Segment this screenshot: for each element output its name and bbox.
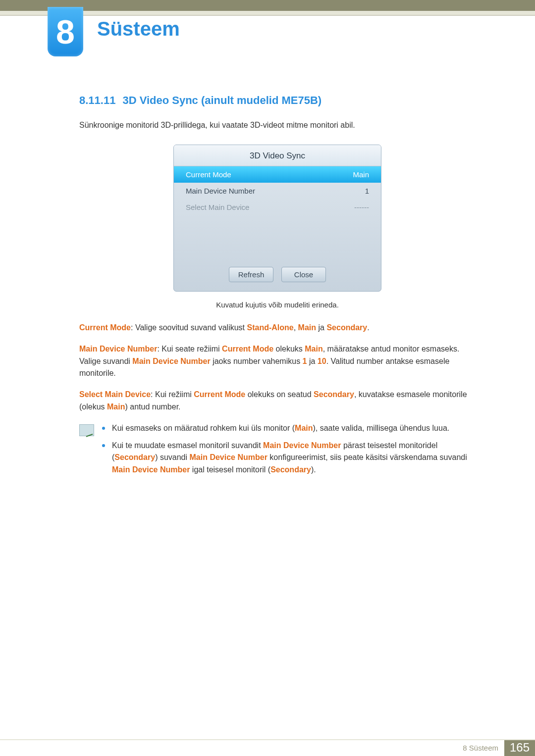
- section-heading: 8.11.113D Video Sync (ainult mudelid ME7…: [79, 94, 476, 107]
- txt: konfigureerimist, siis peate käsitsi vär…: [268, 453, 467, 461]
- para-current-mode: Current Mode: Valige soovitud suvand val…: [79, 322, 476, 334]
- kw: Secondary: [114, 453, 155, 461]
- para-main-device-number: Main Device Number: Kui seate režiimi Cu…: [79, 343, 476, 380]
- section-intro: Sünkroonige monitorid 3D-prillidega, kui…: [79, 121, 476, 130]
- footer-spacer: [0, 739, 457, 756]
- note-text: Kui te muudate esmasel monitoril suvandi…: [112, 440, 476, 476]
- kw: Main Device Number: [132, 357, 210, 365]
- osd-row-label: Current Mode: [186, 170, 231, 179]
- note-text: Kui esmaseks on määratud rohkem kui üls …: [112, 422, 449, 435]
- osd-caption: Kuvatud kujutis võib mudeliti erineda.: [79, 301, 476, 309]
- kw: Select Main Device: [79, 390, 151, 399]
- txt: igal teisesel monitoril (: [190, 465, 270, 474]
- footer-line: [0, 739, 535, 740]
- txt: : Kui seate režiimi: [157, 345, 222, 353]
- kw: Main: [298, 323, 316, 332]
- osd-row-value: Main: [353, 170, 369, 179]
- txt: : Valige soovitud suvand valikust: [131, 323, 247, 332]
- kw: 10: [318, 357, 326, 365]
- note-block: Kui esmaseks on määratud rohkem kui üls …: [79, 422, 476, 481]
- txt: .: [367, 323, 369, 332]
- kw: Main: [295, 424, 313, 432]
- txt: olekuks on seatud: [245, 390, 314, 399]
- osd-title: 3D Video Sync: [174, 145, 381, 166]
- osd-row-label: Select Main Device: [186, 203, 249, 211]
- kw: Main: [107, 403, 125, 411]
- osd-row-value: ------: [354, 203, 369, 211]
- bullet-icon: [102, 444, 105, 447]
- note-list: Kui esmaseks on määratud rohkem kui üls …: [102, 422, 476, 481]
- osd-row-value: 1: [365, 187, 369, 195]
- kw: Stand-Alone: [247, 323, 294, 332]
- refresh-button[interactable]: Refresh: [229, 267, 273, 282]
- chapter-number-tab: 8: [48, 7, 83, 56]
- list-item: Kui esmaseks on määratud rohkem kui üls …: [102, 422, 476, 435]
- chapter-title: Süsteem: [97, 18, 180, 40]
- page-content: 8.11.113D Video Sync (ainult mudelid ME7…: [79, 94, 476, 481]
- kw: Main Device Number: [190, 453, 268, 461]
- footer-breadcrumb: 8 Süsteem: [457, 739, 504, 756]
- txt: ,: [294, 323, 298, 332]
- list-item: Kui te muudate esmasel monitoril suvandi…: [102, 440, 476, 476]
- txt: ja: [307, 357, 317, 365]
- kw: Current Mode: [79, 323, 131, 332]
- osd-dialog: 3D Video Sync Current Mode Main Main Dev…: [173, 145, 381, 292]
- bullet-icon: [102, 427, 105, 430]
- osd-buttons: Refresh Close: [174, 260, 381, 291]
- section-number: 8.11.11: [79, 94, 115, 106]
- close-button[interactable]: Close: [281, 267, 326, 282]
- kw: Current Mode: [222, 345, 273, 353]
- txt: olekuks: [273, 345, 305, 353]
- osd-row-current-mode[interactable]: Current Mode Main: [174, 166, 381, 183]
- txt: ) antud number.: [125, 403, 180, 411]
- txt: : Kui režiimi: [151, 390, 194, 399]
- kw: Secondary: [314, 390, 354, 399]
- txt: Kui te muudate esmasel monitoril suvandi…: [112, 441, 263, 450]
- txt: Kui esmaseks on määratud rohkem kui üls …: [112, 424, 295, 432]
- osd-row-label: Main Device Number: [186, 187, 255, 195]
- note-icon: [79, 424, 94, 436]
- osd-row-main-device-number[interactable]: Main Device Number 1: [174, 183, 381, 199]
- page-footer: 8 Süsteem 165: [0, 739, 535, 756]
- osd-row-select-main-device: Select Main Device ------: [174, 199, 381, 215]
- txt: ) suvandi: [155, 453, 189, 461]
- kw: Secondary: [270, 465, 311, 474]
- txt: ja: [316, 323, 326, 332]
- kw: Main Device Number: [79, 345, 157, 353]
- section-title: 3D Video Sync (ainult mudelid ME75B): [122, 94, 321, 106]
- osd-filler: [174, 215, 381, 260]
- kw: Main: [305, 345, 322, 353]
- kw: Main Device Number: [112, 465, 190, 474]
- kw: Secondary: [326, 323, 367, 332]
- txt: ).: [311, 465, 316, 474]
- chapter-number: 8: [56, 12, 75, 51]
- txt: jaoks number vahemikus: [211, 357, 303, 365]
- para-select-main-device: Select Main Device: Kui režiimi Current …: [79, 389, 476, 413]
- kw: Current Mode: [194, 390, 245, 399]
- page-number: 165: [504, 739, 535, 756]
- kw: Main Device Number: [263, 441, 341, 450]
- txt: ), saate valida, millisega ühendus luua.: [313, 424, 450, 432]
